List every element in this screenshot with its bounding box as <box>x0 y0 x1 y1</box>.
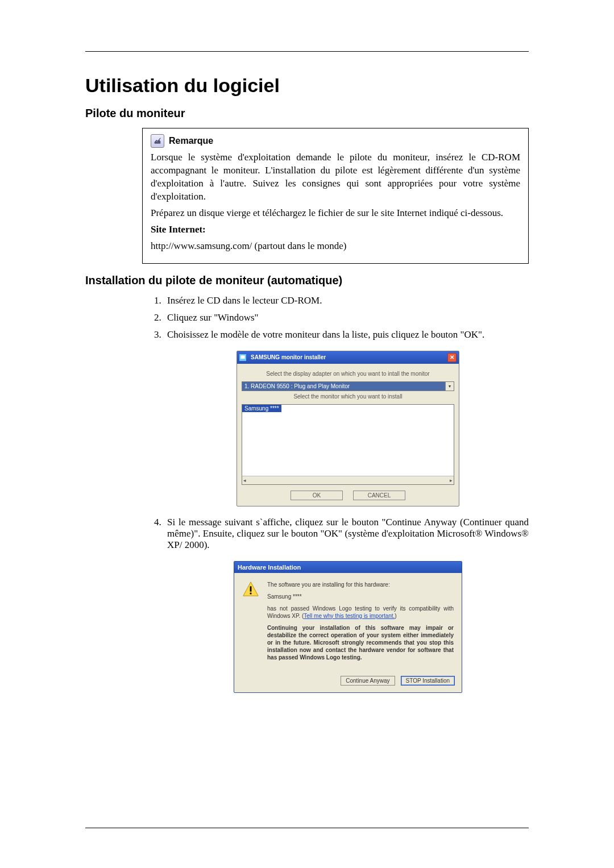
dialog2-title: Hardware Installation <box>234 562 462 573</box>
stop-installation-button[interactable]: STOP Installation <box>401 676 455 686</box>
warning-logo-test: has not passed Windows Logo testing to v… <box>267 605 454 620</box>
page-title: Utilisation du logiciel <box>85 74 529 97</box>
monitor-listbox[interactable]: Samsung **** ◂ ▸ <box>242 404 454 485</box>
install-steps-list: Insérez le CD dans le lecteur CD-ROM. Cl… <box>142 295 529 693</box>
scroll-left-icon[interactable]: ◂ <box>243 477 246 483</box>
step-3: Choisissez le modèle de votre moniteur d… <box>164 329 529 506</box>
section-automatic-install: Installation du pilote de moniteur (auto… <box>85 274 529 287</box>
adapter-dropdown[interactable]: 1. RADEON 9550 : Plug and Play Monitor ▾ <box>242 381 454 391</box>
warning-icon <box>242 581 259 598</box>
note-paragraph-2: Préparez un disque vierge et téléchargez… <box>151 207 520 220</box>
note-label: Remarque <box>169 135 213 147</box>
instruction-monitor: Select the monitor which you want to ins… <box>242 393 454 400</box>
ok-button[interactable]: OK <box>291 491 343 500</box>
step-1: Insérez le CD dans le lecteur CD-ROM. <box>164 295 529 306</box>
hardware-name: Samsung **** <box>267 593 454 600</box>
dialog-title: SAMSUNG monitor installer <box>251 354 326 360</box>
instruction-adapter: Select the display adapter on which you … <box>242 371 454 377</box>
app-icon <box>239 354 246 361</box>
scroll-right-icon[interactable]: ▸ <box>450 477 453 483</box>
svg-rect-3 <box>250 586 252 591</box>
svg-rect-1 <box>240 355 245 359</box>
hardware-installation-dialog: Hardware Installation The software you a… <box>234 561 462 693</box>
note-icon <box>151 134 164 148</box>
step-2: Cliquez sur "Windows" <box>164 312 529 323</box>
section-monitor-driver: Pilote du moniteur <box>85 107 529 120</box>
why-testing-link[interactable]: Tell me why this testing is important. <box>304 613 395 619</box>
continue-anyway-button[interactable]: Continue Anyway <box>341 676 395 686</box>
site-url: http://www.samsung.com/ (partout dans le… <box>151 240 520 253</box>
note-header: Remarque <box>151 134 520 148</box>
note-box: Remarque Lorsque le système d'exploitati… <box>142 128 529 264</box>
top-divider <box>85 51 529 52</box>
step-4-text: Si le message suivant s`affiche, cliquez… <box>167 517 529 550</box>
close-icon[interactable]: ✕ <box>447 353 457 362</box>
svg-rect-4 <box>250 592 252 594</box>
dialog-titlebar: SAMSUNG monitor installer ✕ <box>237 351 459 364</box>
warning-intro: The software you are installing for this… <box>267 581 454 588</box>
site-label: Site Internet: <box>151 223 520 236</box>
bottom-divider <box>85 828 529 828</box>
step-4: Si le message suivant s`affiche, cliquez… <box>164 517 529 693</box>
document-page: Utilisation du logiciel Pilote du monite… <box>0 0 614 868</box>
cancel-button[interactable]: CANCEL <box>353 491 405 500</box>
samsung-installer-dialog: SAMSUNG monitor installer ✕ Select the d… <box>237 351 459 506</box>
step-3-text: Choisissez le modèle de votre moniteur d… <box>167 329 484 340</box>
chevron-down-icon[interactable]: ▾ <box>445 382 454 391</box>
monitor-list-selected-item[interactable]: Samsung **** <box>242 405 281 412</box>
warning-continue: Continuing your installation of this sof… <box>267 624 454 661</box>
warning-logo-post: ) <box>395 613 396 619</box>
horizontal-scrollbar[interactable]: ◂ ▸ <box>242 476 454 484</box>
note-paragraph-1: Lorsque le système d'exploitation demand… <box>151 151 520 203</box>
adapter-dropdown-value: 1. RADEON 9550 : Plug and Play Monitor <box>242 381 454 391</box>
